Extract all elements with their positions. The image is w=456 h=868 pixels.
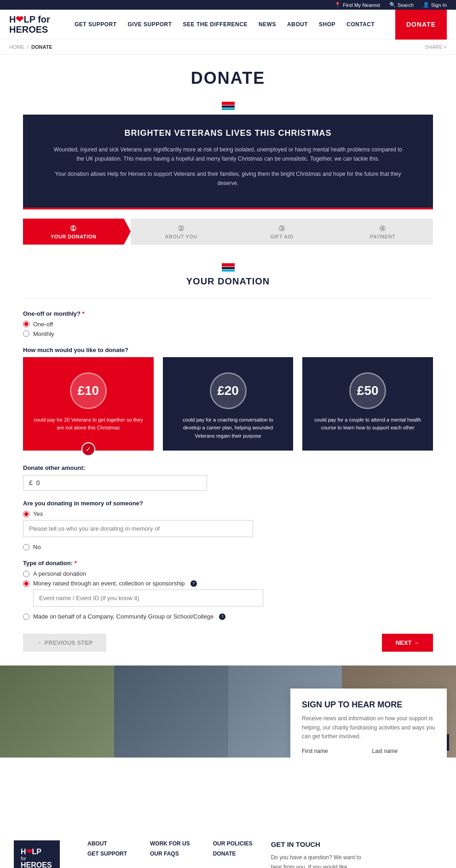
flag-decoration [0, 102, 456, 110]
footer-faqs-link[interactable]: OUR FAQS [150, 851, 190, 857]
other-amount-input[interactable] [36, 479, 201, 486]
amount-20-circle: £20 [210, 372, 247, 409]
site-logo[interactable]: H❤LP for HEROES [9, 14, 55, 35]
footer-about-link[interactable]: ABOUT [87, 840, 127, 847]
footer-image-strip: ▲ SIGN UP TO HEAR MORE Receive news and … [0, 665, 456, 758]
type-event[interactable]: Money raised through an event, collectio… [23, 580, 433, 587]
prev-step-button[interactable]: ← PREVIOUS STEP [23, 634, 106, 652]
footer-col-3: OUR POLICIES DONATE [213, 840, 253, 868]
footer-col-1: ABOUT GET SUPPORT [87, 840, 127, 868]
get-in-touch-text: Do you have a question? We want to hear … [271, 853, 372, 868]
get-in-touch-title: GET IN TOUCH [271, 840, 372, 848]
frequency-options: One-off Monthly [23, 321, 433, 337]
step-4-payment[interactable]: ④ PAYMENT [332, 219, 433, 245]
nav-get-support[interactable]: GET SUPPORT [69, 10, 122, 40]
amount-group: How much would you like to donate? £10 c… [23, 347, 433, 451]
form-buttons: ← PREVIOUS STEP NEXT → [23, 634, 433, 652]
signup-title: SIGN UP TO HEAR MORE [302, 700, 435, 710]
memory-label: Are you donating in memory of someone? [23, 500, 433, 507]
nav-give-support[interactable]: GIVE SUPPORT [122, 10, 178, 40]
donation-cards: £10 could pay for 20 Veterans to get tog… [23, 357, 433, 451]
frequency-one-off[interactable]: One-off [23, 321, 433, 328]
banner-title: BRIGHTEN VETERANS LIVES THIS CHRISTMAS [51, 128, 405, 138]
footer-col-2: WORK FOR US OUR FAQS [150, 840, 190, 868]
nav-contact[interactable]: CONTACT [341, 10, 380, 40]
nav-about[interactable]: ABOUT [282, 10, 313, 40]
footer-main: H❤LP for HEROES ABOUT GET SUPPORT WORK F… [0, 822, 456, 868]
nav-see-difference[interactable]: SEE THE DIFFERENCE [178, 10, 253, 40]
find-nearest-link[interactable]: 📍 Find My Nearest [335, 2, 380, 8]
donation-card-50[interactable]: £50 could pay for a couple to attend a m… [302, 357, 433, 451]
banner-paragraph-1: Wounded, injured and sick Veterans are s… [51, 145, 405, 164]
strip-img-2 [114, 665, 228, 758]
footer-work-link[interactable]: WORK FOR US [150, 840, 190, 847]
donation-steps: ① YOUR DONATION ② ABOUT YOU ③ GIFT AID ④… [23, 219, 433, 245]
page-title-section: DONATE [0, 55, 456, 97]
nav-shop[interactable]: SHOP [313, 10, 341, 40]
memory-yes[interactable]: Yes [23, 510, 433, 517]
banner-paragraph-2: Your donation allows Help for Heroes to … [51, 169, 405, 188]
amount-50-desc: could pay for a couple to attend a menta… [313, 416, 422, 432]
step-2-about-you[interactable]: ② ABOUT YOU [131, 219, 231, 245]
section-flag-deco [23, 263, 433, 272]
amount-50-circle: £50 [349, 372, 386, 409]
donate-button[interactable]: DONATE [395, 10, 447, 40]
search-link[interactable]: 🔍 Search [389, 2, 414, 8]
footer-nav-links: ABOUT GET SUPPORT WORK FOR US OUR FAQS O… [87, 840, 253, 868]
signup-description: Receive news and information on how your… [302, 714, 435, 741]
type-company[interactable]: Made on behalf of a Company, Community G… [23, 613, 433, 620]
company-tooltip-icon[interactable]: ? [219, 613, 225, 620]
first-name-input[interactable] [302, 756, 365, 758]
last-name-input[interactable] [372, 756, 436, 758]
event-name-input[interactable] [33, 590, 263, 607]
check-mark-10: ✓ [81, 442, 95, 456]
footer-donate-link[interactable]: DONATE [213, 851, 253, 857]
donation-form-section: YOUR DONATION One-off or monthly? * One-… [0, 245, 456, 666]
other-amount-label: Donate other amount: [23, 464, 433, 471]
memory-no[interactable]: No [23, 544, 433, 550]
donation-card-20[interactable]: £20 could pay for a coaching conversatio… [163, 357, 294, 451]
hero-banner: BRIGHTEN VETERANS LIVES THIS CHRISTMAS W… [23, 115, 433, 209]
memory-name-input[interactable] [23, 520, 253, 537]
breadcrumb-share[interactable]: SHARE + [425, 44, 447, 50]
top-bar: 📍 Find My Nearest 🔍 Search 👤 Sign In [0, 0, 456, 10]
event-tooltip-icon[interactable]: ? [190, 580, 197, 587]
footer-logo[interactable]: H❤LP for HEROES [14, 840, 69, 868]
other-amount-input-group: £ [23, 475, 207, 491]
donation-type-label: Type of donation: * [23, 560, 433, 567]
memory-group: Are you donating in memory of someone? Y… [23, 500, 433, 550]
location-icon: 📍 [335, 2, 341, 8]
type-personal[interactable]: A personal donation [23, 570, 433, 577]
amount-10-circle: £10 [70, 372, 107, 409]
header: H❤LP for HEROES GET SUPPORT GIVE SUPPORT… [0, 10, 456, 40]
breadcrumb-separator: / [27, 44, 29, 50]
section-title: YOUR DONATION [23, 276, 433, 287]
user-icon: 👤 [423, 2, 429, 8]
footer-policies-link[interactable]: OUR POLICIES [213, 840, 253, 847]
footer-get-support-link[interactable]: GET SUPPORT [87, 851, 127, 857]
signup-panel: SIGN UP TO HEAR MORE Receive news and in… [290, 689, 447, 758]
footer-contact: GET IN TOUCH Do you have a question? We … [271, 840, 372, 868]
amount-10-desc: could pay for 20 Veterans to get togethe… [34, 416, 143, 432]
next-step-button[interactable]: NEXT → [382, 634, 433, 652]
last-name-label: Last name [372, 748, 436, 754]
breadcrumb-home[interactable]: HOME [9, 44, 24, 50]
signup-first-name-field: First name [302, 748, 365, 758]
frequency-monthly[interactable]: Monthly [23, 330, 433, 337]
step-3-gift-aid[interactable]: ③ GIFT AID [231, 219, 332, 245]
donation-type-options: A personal donation Money raised through… [23, 570, 433, 620]
frequency-label: One-off or monthly? * [23, 310, 433, 317]
frequency-group: One-off or monthly? * One-off Monthly [23, 310, 433, 337]
breadcrumb: HOME / DONATE SHARE + [0, 40, 456, 55]
step-1-your-donation[interactable]: ① YOUR DONATION [23, 219, 131, 245]
amount-label: How much would you like to donate? [23, 347, 433, 353]
signup-name-row: First name Last name [302, 748, 435, 758]
donation-type-group: Type of donation: * A personal donation … [23, 560, 433, 620]
page-title: DONATE [9, 69, 447, 88]
donation-card-10[interactable]: £10 could pay for 20 Veterans to get tog… [23, 357, 154, 451]
sign-in-link[interactable]: 👤 Sign In [423, 2, 447, 8]
main-nav: GET SUPPORT GIVE SUPPORT SEE THE DIFFERE… [69, 10, 395, 40]
nav-news[interactable]: NEWS [253, 10, 282, 40]
search-icon: 🔍 [389, 2, 396, 8]
signup-last-name-field: Last name [372, 748, 436, 758]
